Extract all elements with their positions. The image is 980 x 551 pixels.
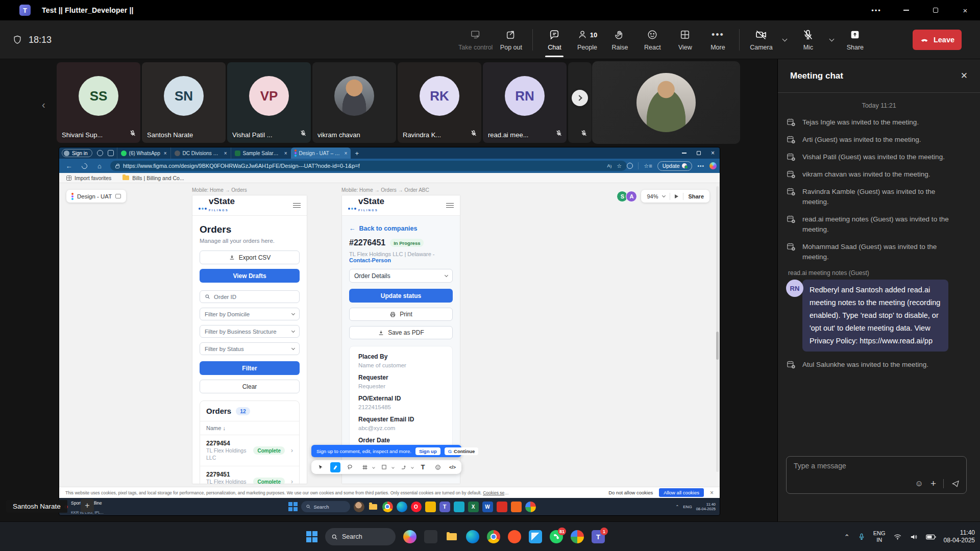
google-continue-button[interactable]: GContinue [445, 447, 479, 455]
participants-scroll-left-icon[interactable]: ‹ [42, 99, 45, 111]
browser-close-icon[interactable]: × [711, 149, 715, 157]
figma-frame-orders[interactable]: Mobile: Home → Orders vStateFILINGS Orde… [192, 187, 307, 484]
taskbar-vscode-icon[interactable] [529, 530, 542, 543]
tray-language[interactable]: ENG [683, 505, 692, 509]
taskbar-app-icon[interactable] [424, 530, 437, 543]
move-tool[interactable] [315, 462, 326, 472]
chat-button[interactable]: Chat [540, 20, 569, 59]
figma-canvas[interactable]: Design - UAT S A 94% Share [59, 183, 720, 498]
tray-chevron-icon[interactable]: ⌃ [844, 533, 850, 541]
taskbar-search-box[interactable]: Search [325, 528, 396, 545]
code-tool[interactable]: </> [448, 462, 458, 472]
shared-system-tray[interactable]: ⌃ ENG 11:4008-04-2025 [676, 498, 716, 515]
camera-options-chevron[interactable] [779, 20, 790, 59]
cookie-close-icon[interactable]: × [710, 489, 714, 496]
workspaces-icon[interactable] [97, 150, 103, 156]
tab-actions-icon[interactable] [108, 150, 114, 156]
tab-close-icon[interactable]: × [164, 151, 167, 156]
pop-out-button[interactable]: Pop out [497, 20, 525, 59]
browser-restore-icon[interactable] [697, 151, 701, 155]
react-button[interactable]: React [638, 20, 667, 59]
sticker-tool[interactable] [433, 462, 443, 472]
app-icon-teams[interactable]: T [439, 502, 450, 512]
chat-message-input[interactable]: Type a message ☺ + [786, 456, 967, 494]
app-icon-pdf[interactable] [497, 502, 507, 512]
favorites-folder[interactable]: Bills | Billing and Co... [122, 175, 184, 181]
cookie-settings-link[interactable]: Cookies settings [483, 490, 509, 495]
send-icon[interactable] [951, 479, 960, 488]
app-icon[interactable] [454, 502, 464, 512]
chat-close-icon[interactable]: ✕ [961, 70, 968, 81]
app-icon-word[interactable]: W [482, 502, 493, 512]
participant-tile[interactable]: RN read.ai mee... [483, 62, 567, 143]
mic-options-chevron[interactable] [826, 20, 837, 59]
contact-person-link[interactable]: Contact-Person [349, 257, 391, 263]
raise-hand-button[interactable]: Raise [605, 20, 634, 59]
app-icon-explorer[interactable] [368, 502, 379, 512]
app-icon-edge[interactable] [397, 502, 407, 512]
app-icon-opera[interactable]: O [411, 502, 422, 512]
people-button[interactable]: 10 People [573, 20, 601, 59]
browser-tab-active[interactable]: Design - UAT – Figma× [291, 147, 351, 159]
favorites-list-icon[interactable]: ☆≡ [644, 163, 652, 169]
maximize-button[interactable] [921, 0, 950, 20]
taskbar-explorer-icon[interactable] [445, 530, 458, 543]
frame-label[interactable]: Mobile: Home → Orders → Order ABC [341, 187, 460, 193]
taskbar-app-icon[interactable] [571, 530, 584, 543]
tray-mic-icon[interactable] [857, 533, 866, 541]
participant-tile[interactable]: vikram chavan [312, 62, 396, 143]
prototype-play-icon[interactable] [675, 194, 678, 198]
emoji-icon[interactable]: ☺ [915, 479, 923, 488]
tab-close-icon[interactable]: × [224, 151, 227, 156]
extension-icon[interactable] [627, 163, 633, 169]
start-button[interactable] [306, 531, 317, 542]
allow-cookies-button[interactable]: Allow all cookies [659, 488, 704, 497]
taskbar-edge-icon[interactable] [466, 530, 479, 543]
participant-tile[interactable]: RK Ravindra K... [398, 62, 481, 143]
export-csv-button[interactable]: Export CSV [200, 251, 300, 264]
app-icon[interactable] [425, 502, 436, 512]
order-row[interactable]: 2279451TL Flex Holdings LLC Complete › [200, 466, 299, 484]
view-button[interactable]: View [671, 20, 699, 59]
participants-scroll-right-button[interactable] [572, 90, 588, 106]
scrollbar-thumb[interactable] [716, 332, 719, 360]
browser-tab[interactable]: Sample Salary Structure with calc× [231, 147, 291, 159]
frame-label[interactable]: Mobile: Home → Orders [192, 187, 307, 193]
presenter-tile[interactable] [592, 61, 740, 144]
chevron-down-icon[interactable] [411, 466, 414, 469]
mic-button[interactable]: Mic [794, 20, 822, 59]
browser-signin-button[interactable]: Sign in [62, 149, 92, 157]
taskbar-whatsapp-icon[interactable]: 81 [550, 530, 563, 543]
close-button[interactable]: × [950, 0, 980, 20]
camera-button[interactable]: Camera [747, 20, 775, 59]
hamburger-icon[interactable] [293, 203, 301, 208]
attach-plus-icon[interactable]: + [930, 478, 936, 489]
name-column-header[interactable]: Name ↓ [200, 421, 299, 435]
app-icon[interactable] [525, 502, 536, 512]
chevron-down-icon[interactable] [391, 466, 395, 469]
speaker-icon[interactable] [910, 533, 918, 541]
browser-tab[interactable]: (6) WhatsApp× [117, 147, 170, 159]
read-aloud-icon[interactable]: A) [607, 163, 612, 168]
collaborator-avatar[interactable]: A [626, 191, 637, 202]
browser-minimize-icon[interactable] [682, 153, 687, 153]
battery-icon[interactable] [926, 534, 936, 540]
lasso-tool[interactable] [345, 462, 355, 472]
frame-tool[interactable] [360, 462, 370, 472]
share-button[interactable]: Share [841, 20, 869, 59]
shared-search-box[interactable]: Search [301, 501, 350, 512]
new-tab-button[interactable]: + [355, 149, 359, 157]
minimize-button[interactable] [891, 0, 921, 20]
refresh-icon[interactable] [77, 163, 92, 169]
participant-tile[interactable]: SS Shivani Sup... [57, 62, 140, 143]
window-more-icon[interactable]: ••• [862, 0, 891, 20]
connector-tool[interactable] [399, 462, 409, 472]
order-details-select[interactable]: Order Details [349, 269, 453, 283]
taskbar-clock[interactable]: 11:4008-04-2025 [944, 529, 975, 544]
leave-button[interactable]: Leave [913, 30, 962, 50]
figma-share-button[interactable]: Share [688, 193, 704, 199]
taskbar-teams-icon[interactable]: T 1 [592, 530, 605, 543]
canvas-scrollbar[interactable] [716, 186, 719, 472]
more-button[interactable]: ••• More [703, 20, 732, 59]
save-pdf-button[interactable]: Save as PDF [349, 326, 453, 339]
